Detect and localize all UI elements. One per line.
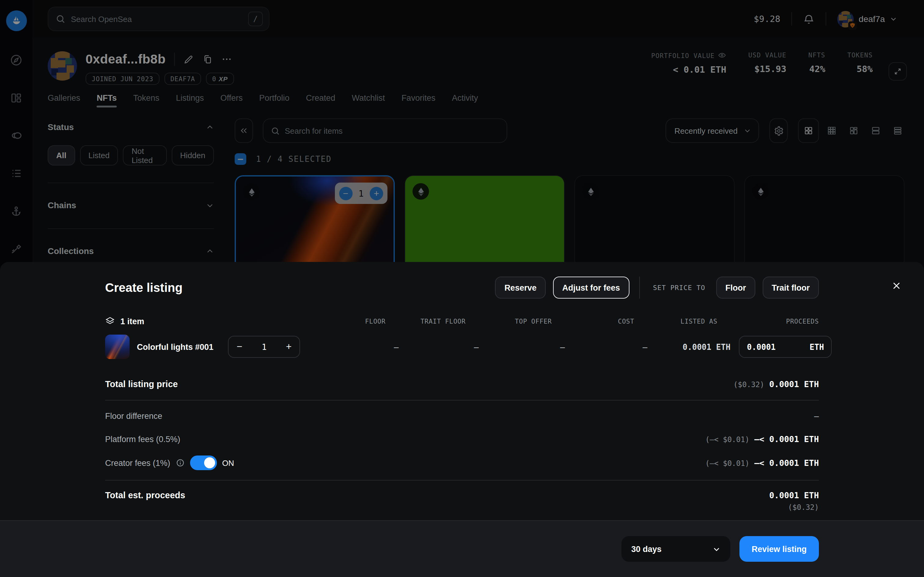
platform-fees-row: Platform fees (0.5%) (–< $0.01) –< 0.000… [105,434,819,445]
row-floor-value: – [300,342,399,351]
listing-row: Colorful lights #001 − 1 + – – – – 0.000… [105,334,819,359]
toggle-state-label: ON [222,458,234,467]
duration-dropdown[interactable]: 30 days [622,536,730,562]
actions-divider [639,277,640,298]
create-listing-modal: Create listing Reserve Adjust for fees S… [0,262,924,577]
proceeds-input-box: ETH [739,336,832,358]
floor-difference-label: Floor difference [105,411,162,421]
reserve-button[interactable]: Reserve [495,277,546,298]
creator-fees-row: Creator fees (1%) ON (–< $0.01) –< 0.000… [105,456,819,470]
close-icon[interactable] [887,277,906,295]
review-listing-button[interactable]: Review listing [740,536,819,562]
total-listing-price-label: Total listing price [105,379,178,389]
col-floor: FLOOR [287,318,386,325]
opensea-app: / $9.28 [0,0,924,577]
col-top-offer: TOP OFFER [466,318,552,325]
creator-fees-label: Creator fees (1%) [105,458,170,467]
chevron-down-icon [712,545,720,553]
floor-difference-value: – [814,411,819,421]
proceeds-input[interactable] [747,342,790,351]
floor-difference-row: Floor difference – [105,410,819,421]
total-proceeds-usd: ($0.32) [788,503,819,512]
divider [105,400,819,401]
modal-footer: 30 days Review listing [0,520,924,577]
col-listed-as: LISTED AS [634,318,717,325]
trait-floor-price-button[interactable]: Trait floor [762,277,819,298]
item-thumbnail [105,335,129,359]
creator-fees-eth: –< 0.0001 ETH [754,458,819,468]
col-proceeds: PROCEEDS [717,318,819,325]
creator-fees-toggle[interactable] [190,456,216,470]
row-cost-value: – [565,342,648,351]
row-top-offer-value: – [479,342,565,351]
row-trait-floor-value: – [399,342,479,351]
total-proceeds-row: Total est. proceeds 0.0001 ETH ($0.32) [105,490,819,512]
quantity-value: 1 [262,342,267,352]
set-price-label: SET PRICE TO [653,284,705,292]
total-eth: 0.0001 ETH [769,379,819,389]
quantity-stepper: − 1 + [228,336,300,358]
listing-table-header: 1 item FLOOR TRAIT FLOOR TOP OFFER COST … [105,316,819,327]
item-count: 1 item [120,317,144,326]
total-usd: ($0.32) [733,380,764,389]
adjust-for-fees-button[interactable]: Adjust for fees [553,277,629,298]
total-proceeds-eth: 0.0001 ETH [769,490,819,500]
floor-price-button[interactable]: Floor [716,277,755,298]
platform-fees-eth: –< 0.0001 ETH [754,434,819,444]
row-listed-as-value: 0.0001 ETH [648,342,730,351]
col-cost: COST [552,318,634,325]
platform-fees-usd: (–< $0.01) [705,435,750,444]
total-listing-price-row: Total listing price ($0.32) 0.0001 ETH [105,378,819,390]
item-name: Colorful lights #001 [137,342,213,351]
divider [105,480,819,480]
platform-fees-label: Platform fees (0.5%) [105,434,180,443]
duration-value: 30 days [631,544,662,553]
proceeds-unit: ETH [810,342,824,351]
layers-icon [105,316,115,326]
info-icon[interactable] [176,459,184,467]
creator-fees-usd: (–< $0.01) [705,459,750,468]
modal-title: Create listing [105,280,183,295]
total-proceeds-label: Total est. proceeds [105,490,185,500]
col-trait-floor: TRAIT FLOOR [386,318,466,325]
